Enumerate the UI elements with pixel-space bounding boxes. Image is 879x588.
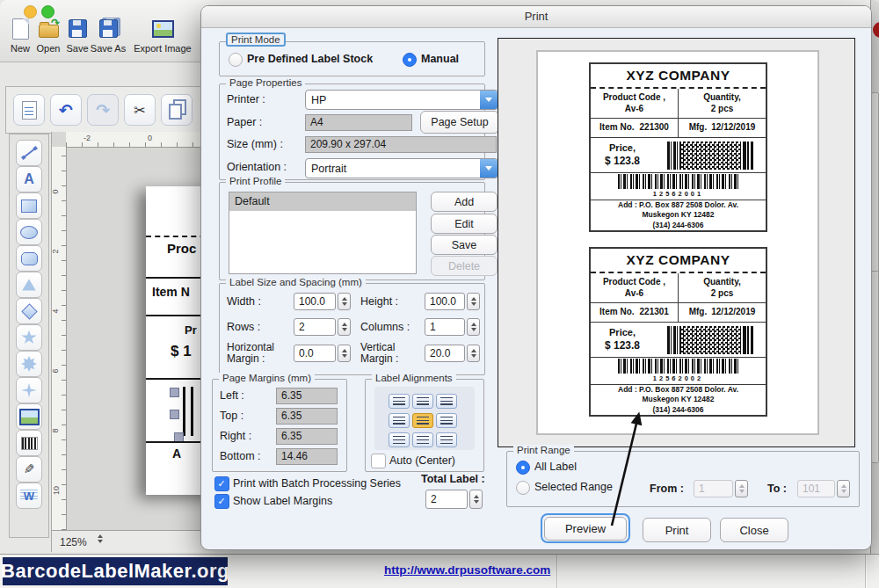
- copy-button[interactable]: [161, 94, 193, 126]
- total-label-label: Total Label :: [421, 473, 485, 485]
- orientation-dropdown[interactable]: Portrait: [305, 158, 498, 178]
- columns-spinner[interactable]: 1: [425, 318, 480, 336]
- tool-burst[interactable]: [16, 351, 42, 377]
- rows-spinner[interactable]: 2: [294, 318, 351, 336]
- vertical-scrollbar[interactable]: [871, 92, 879, 463]
- product-code-label: Product Code ,: [603, 277, 665, 288]
- properties-button[interactable]: [13, 94, 45, 126]
- undo-button[interactable]: ↶: [50, 94, 82, 126]
- print-button[interactable]: Print: [643, 518, 711, 542]
- delete-button[interactable]: Delete: [431, 256, 498, 276]
- profile-list-item-selected[interactable]: Default: [229, 192, 416, 211]
- minimize-traffic-light[interactable]: [24, 5, 37, 18]
- bottom-margin-label: Bottom :: [220, 450, 261, 462]
- close-button[interactable]: Close: [720, 518, 788, 542]
- edit-toolbar: ↶ ↷ ✂: [5, 86, 202, 134]
- show-label-margins-checkbox[interactable]: [214, 494, 229, 509]
- design-label-partial[interactable]: Proc Item N Pr $ 1 A: [146, 186, 202, 495]
- address-line2: Muskegon KY 12482: [642, 395, 714, 404]
- 2d-barcode: [667, 326, 753, 354]
- align-top-left-button[interactable]: [389, 394, 410, 409]
- height-spinner[interactable]: 100.0: [425, 293, 480, 310]
- address-line2: Muskegon KY 12482: [642, 210, 714, 220]
- vertical-margin-spinner[interactable]: 20.0: [425, 345, 480, 362]
- diamond-icon: [21, 303, 37, 319]
- rows-label: Rows :: [227, 321, 260, 333]
- profile-list[interactable]: Default: [229, 192, 417, 274]
- item-no-label: Item No.: [599, 307, 634, 318]
- horizontal-margin-label: Horizontal Margin :: [227, 342, 285, 365]
- to-spinner[interactable]: 101: [797, 480, 850, 497]
- tool-text[interactable]: A: [16, 166, 42, 192]
- align-middle-right-button[interactable]: [436, 413, 457, 428]
- tool-ellipse[interactable]: [16, 219, 42, 245]
- pencil-icon: ✎: [24, 461, 35, 477]
- align-middle-left-button[interactable]: [389, 413, 410, 428]
- redo-button[interactable]: ↷: [87, 94, 119, 126]
- zoom-level: 125%: [60, 536, 87, 548]
- align-bottom-left-button[interactable]: [389, 432, 410, 447]
- website-link[interactable]: http://www.drpusoftware.com: [384, 563, 550, 577]
- edit-button[interactable]: Edit: [431, 214, 498, 234]
- tool-four-point-star[interactable]: [16, 377, 42, 403]
- save-button[interactable]: Save: [431, 235, 498, 255]
- item-no-value: 221300: [640, 122, 669, 134]
- page-margins-group: Page Margins (mm) Left : 6.35 Top : 6.35…: [212, 379, 347, 472]
- predefined-stock-radio[interactable]: [229, 53, 243, 67]
- selected-range-radio[interactable]: [516, 481, 530, 495]
- to-label: To :: [767, 483, 787, 495]
- align-top-right-button[interactable]: [436, 394, 457, 409]
- align-top-center-button[interactable]: [412, 394, 433, 409]
- tool-rounded-rectangle[interactable]: [16, 245, 42, 272]
- design-canvas[interactable]: -2 0 0 2 4 6 8 10 Proc Item N Pr $ 1 A: [51, 132, 202, 552]
- footer-divider: [556, 555, 558, 588]
- selection-handle[interactable]: [170, 410, 179, 419]
- manual-radio[interactable]: [403, 53, 417, 67]
- tool-barcode[interactable]: [16, 430, 42, 456]
- align-bottom-right-button[interactable]: [436, 432, 457, 447]
- tool-line[interactable]: [16, 140, 42, 166]
- undo-icon: ↶: [59, 100, 73, 120]
- toolbar-export-image-button[interactable]: Export Image: [132, 18, 193, 54]
- tool-image[interactable]: [16, 403, 42, 430]
- label-divider: [146, 277, 202, 279]
- toolbar-save-as-button[interactable]: Save As: [88, 18, 128, 54]
- tool-pencil[interactable]: ✎: [16, 456, 42, 483]
- zoom-stepper[interactable]: [98, 534, 103, 543]
- print-preview-pane: XYZ COMPANY Product Code ,Av-6 Quantity,…: [498, 38, 855, 447]
- auto-center-checkbox[interactable]: [371, 454, 386, 468]
- label-alignments-label: Label Alignments: [372, 373, 456, 383]
- height-label: Height :: [360, 295, 398, 308]
- align-middle-center-button[interactable]: [412, 413, 433, 428]
- width-spinner[interactable]: 100.0: [294, 293, 351, 310]
- horizontal-margin-spinner[interactable]: 0.0: [294, 345, 351, 362]
- total-label-spinner[interactable]: 2: [425, 490, 483, 509]
- selection-handle[interactable]: [170, 388, 179, 397]
- orientation-label: Orientation :: [227, 161, 287, 173]
- batch-processing-checkbox[interactable]: [214, 476, 229, 491]
- tool-triangle[interactable]: [16, 272, 42, 298]
- bottom-margin-field: 14.46: [276, 448, 338, 465]
- align-bottom-center-button[interactable]: [412, 432, 433, 447]
- width-label: Width :: [227, 295, 261, 308]
- page-properties-group: Page Properties Printer : HP Paper : A4 …: [219, 83, 485, 180]
- preview-button[interactable]: Preview: [544, 517, 627, 541]
- tool-watermark[interactable]: W: [16, 483, 42, 509]
- top-margin-label: Top :: [220, 410, 243, 422]
- watermark-icon: W: [20, 490, 38, 502]
- four-point-star-icon: [21, 383, 37, 397]
- manual-label: Manual: [421, 53, 459, 65]
- brand-text: BarcodeLabelMaker.org: [1, 560, 229, 583]
- tool-star[interactable]: [16, 324, 42, 351]
- label-divider: [146, 315, 202, 316]
- from-spinner[interactable]: 1: [694, 480, 748, 497]
- tool-diamond[interactable]: [16, 298, 42, 324]
- all-label-radio[interactable]: [516, 461, 530, 475]
- add-button[interactable]: Add: [431, 192, 498, 212]
- ruler-label: 0: [148, 134, 152, 142]
- page-setup-button[interactable]: Page Setup: [420, 111, 499, 134]
- ruler-label: 0: [51, 189, 60, 193]
- tool-rectangle[interactable]: [16, 192, 42, 219]
- cut-button[interactable]: ✂: [124, 94, 156, 126]
- printer-dropdown[interactable]: HP: [305, 90, 498, 110]
